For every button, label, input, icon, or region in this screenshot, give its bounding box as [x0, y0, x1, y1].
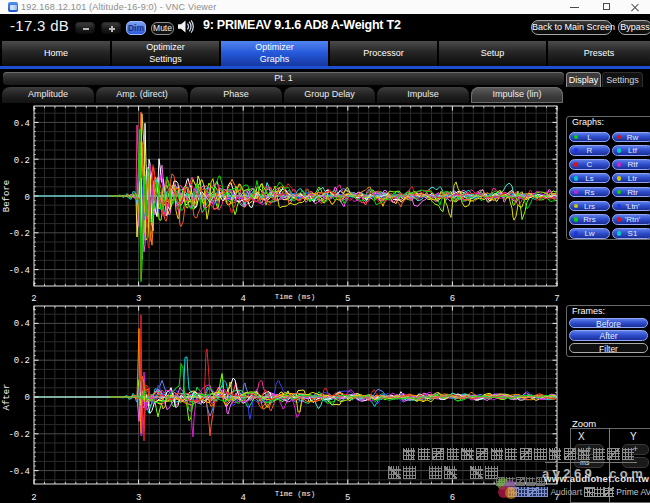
- svg-text:Time (ms): Time (ms): [275, 293, 316, 301]
- svg-text:Before: Before: [2, 180, 12, 212]
- svg-text:5: 5: [345, 493, 350, 503]
- svg-text:7: 7: [554, 294, 559, 304]
- svg-text:4: 4: [240, 493, 245, 503]
- svg-text:0.4: 0.4: [14, 119, 30, 129]
- svg-text:3: 3: [136, 493, 141, 503]
- svg-text:0.4: 0.4: [14, 319, 30, 329]
- svg-text:-0.2: -0.2: [8, 430, 30, 440]
- svg-text:0: 0: [25, 393, 30, 403]
- svg-text:0.2: 0.2: [14, 356, 30, 366]
- svg-text:0.2: 0.2: [14, 156, 30, 166]
- svg-text:4: 4: [240, 294, 245, 304]
- svg-text:3: 3: [136, 294, 141, 304]
- svg-text:-0.4: -0.4: [8, 266, 30, 276]
- svg-text:2: 2: [31, 294, 36, 304]
- svg-text:6: 6: [450, 294, 455, 304]
- svg-text:After: After: [2, 383, 12, 410]
- svg-text:-0.2: -0.2: [8, 229, 30, 239]
- svg-text:5: 5: [345, 294, 350, 304]
- svg-text:Time (ms): Time (ms): [275, 490, 316, 498]
- svg-text:0: 0: [25, 193, 30, 203]
- svg-text:-0.4: -0.4: [8, 467, 30, 477]
- svg-text:6: 6: [450, 493, 455, 503]
- svg-text:2: 2: [31, 493, 36, 503]
